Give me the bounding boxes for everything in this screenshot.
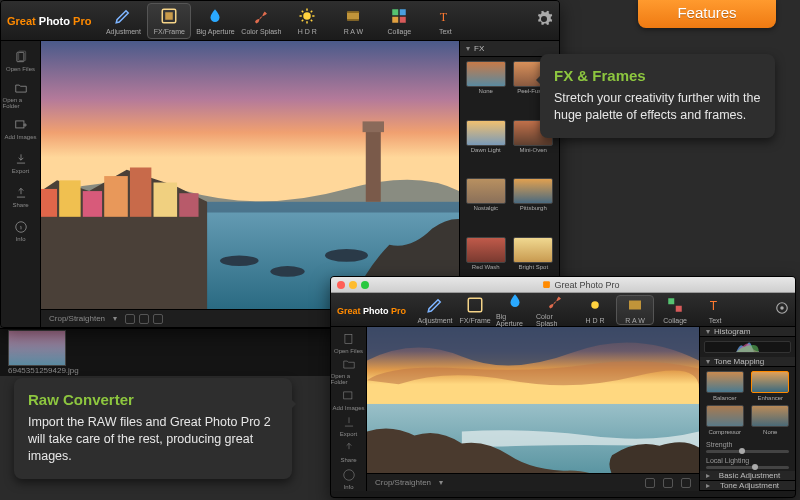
toolbar-raw[interactable]: R A W bbox=[331, 3, 375, 39]
sidebar-share[interactable]: Share bbox=[3, 181, 39, 213]
tm-item[interactable]: Balancer bbox=[704, 371, 746, 401]
basic-adjustment-header[interactable]: ▸ Basic Adjustment bbox=[700, 471, 795, 481]
photo-preview bbox=[367, 327, 699, 473]
toolbar-text[interactable]: T Text bbox=[423, 3, 467, 39]
film-icon bbox=[626, 296, 644, 314]
mac-titlebar: Great Photo Pro bbox=[331, 277, 795, 293]
local-lighting-slider[interactable]: Local Lighting bbox=[700, 455, 795, 471]
toolbar-label: H D R bbox=[298, 28, 317, 35]
sun-icon bbox=[298, 7, 316, 25]
svg-rect-1 bbox=[166, 12, 174, 20]
sidebar-open-folder[interactable]: Open a Folder bbox=[331, 357, 367, 385]
toolbar-label: R A W bbox=[344, 28, 363, 35]
strength-slider[interactable]: Strength bbox=[700, 439, 795, 455]
toolbar-label: Collage bbox=[663, 317, 687, 324]
share-icon bbox=[342, 441, 356, 455]
svg-rect-39 bbox=[344, 335, 351, 344]
sidebar-open-files[interactable]: Open Files bbox=[331, 331, 367, 355]
chevron-down-icon: ▾ bbox=[706, 327, 710, 336]
toolbar-fx-frame[interactable]: FX/Frame bbox=[456, 295, 494, 325]
fx-item[interactable]: Dawn Light bbox=[464, 120, 508, 175]
files-icon bbox=[342, 332, 356, 346]
chevron-down-icon[interactable]: ▾ bbox=[113, 314, 117, 323]
fx-item[interactable]: None bbox=[464, 61, 508, 116]
text-icon: T bbox=[706, 296, 724, 314]
svg-rect-8 bbox=[393, 16, 399, 22]
svg-rect-31 bbox=[468, 298, 482, 312]
toolbar-collage[interactable]: Collage bbox=[656, 295, 694, 325]
toolbar-big-aperture[interactable]: Big Aperture bbox=[193, 3, 237, 39]
droplet-icon bbox=[506, 292, 524, 310]
zoom-fit-icon[interactable] bbox=[139, 314, 149, 324]
crop-straighten-label[interactable]: Crop/Straighten bbox=[49, 314, 105, 323]
slider-label: Strength bbox=[706, 441, 732, 448]
sidebar-label: Share bbox=[12, 202, 28, 208]
sidebar-export[interactable]: Export bbox=[3, 147, 39, 179]
svg-rect-20 bbox=[59, 180, 80, 216]
toolbar-color-splash[interactable]: Color Splash bbox=[536, 295, 574, 325]
window-zoom-icon[interactable] bbox=[361, 281, 369, 289]
chevron-down-icon[interactable]: ▾ bbox=[439, 478, 443, 487]
zoom-out-icon[interactable] bbox=[125, 314, 135, 324]
tool-icon[interactable] bbox=[645, 478, 655, 488]
svg-point-28 bbox=[325, 249, 368, 262]
svg-rect-19 bbox=[41, 189, 57, 217]
settings-gear-icon[interactable] bbox=[535, 10, 553, 32]
tm-item[interactable]: None bbox=[750, 405, 792, 435]
sidebar-share[interactable]: Share bbox=[331, 440, 367, 464]
svg-rect-9 bbox=[400, 16, 406, 22]
crop-straighten-label[interactable]: Crop/Straighten bbox=[375, 478, 431, 487]
toolbar-text[interactable]: T Text bbox=[696, 295, 734, 325]
svg-rect-22 bbox=[104, 176, 128, 217]
canvas-statusbar: Crop/Straighten ▾ bbox=[367, 473, 699, 491]
brand-logo: Great Photo Pro bbox=[337, 304, 414, 316]
toolbar-color-splash[interactable]: Color Splash bbox=[239, 3, 283, 39]
sidebar-export[interactable]: Export bbox=[331, 414, 367, 438]
photo-preview bbox=[41, 41, 459, 309]
tm-item[interactable]: Compressor bbox=[704, 405, 746, 435]
zoom-in-icon[interactable] bbox=[153, 314, 163, 324]
fx-item[interactable]: Nostalgic bbox=[464, 178, 508, 233]
toolbar-hdr[interactable]: H D R bbox=[576, 295, 614, 325]
film-icon bbox=[344, 7, 362, 25]
settings-gear-icon[interactable] bbox=[775, 301, 789, 319]
sidebar-info[interactable]: Info bbox=[3, 215, 39, 247]
fx-item[interactable]: Pittsburgh bbox=[512, 178, 556, 233]
toolbar-label: R A W bbox=[625, 317, 644, 324]
tm-item[interactable]: Enhancer bbox=[750, 371, 792, 401]
toolbar-big-aperture[interactable]: Big Aperture bbox=[496, 295, 534, 325]
callout-title: FX & Frames bbox=[554, 66, 761, 86]
toolbar-raw[interactable]: R A W bbox=[616, 295, 654, 325]
sub-canvas[interactable] bbox=[367, 327, 699, 473]
window-close-icon[interactable] bbox=[337, 281, 345, 289]
toolbar-label: Big Aperture bbox=[496, 313, 534, 327]
tool-icon[interactable] bbox=[663, 478, 673, 488]
toolbar-hdr[interactable]: H D R bbox=[285, 3, 329, 39]
toolbar-label: Color Splash bbox=[241, 28, 281, 35]
paintbrush-icon bbox=[252, 7, 270, 25]
toolbar-adjustment[interactable]: Adjustment bbox=[416, 295, 454, 325]
svg-rect-25 bbox=[179, 193, 198, 217]
window-minimize-icon[interactable] bbox=[349, 281, 357, 289]
toolbar-fx-frame[interactable]: FX/Frame bbox=[147, 3, 191, 39]
toolbar-adjustment[interactable]: Adjustment bbox=[101, 3, 145, 39]
toolbar-label: Collage bbox=[388, 28, 412, 35]
chevron-down-icon: ▾ bbox=[706, 357, 710, 366]
sidebar-open-files[interactable]: Open Files bbox=[3, 45, 39, 77]
histogram-header[interactable]: ▾ Histogram bbox=[700, 327, 795, 337]
toolbar-collage[interactable]: Collage bbox=[377, 3, 421, 39]
image-plus-icon bbox=[342, 389, 356, 403]
sidebar-label: Open Files bbox=[6, 66, 35, 72]
tone-adjustment-header[interactable]: ▸ Tone Adjustment bbox=[700, 481, 795, 491]
main-canvas[interactable] bbox=[41, 41, 459, 309]
filmstrip-thumb[interactable]: 6945351259429.jpg bbox=[8, 330, 79, 375]
panel-title: Basic Adjustment bbox=[719, 471, 780, 480]
sidebar-add-images[interactable]: Add Images bbox=[3, 113, 39, 145]
app-icon bbox=[542, 280, 551, 289]
sidebar-open-folder[interactable]: Open a Folder bbox=[3, 79, 39, 111]
sidebar-info[interactable]: Info bbox=[331, 467, 367, 491]
tool-icon[interactable] bbox=[681, 478, 691, 488]
sidebar-add-images[interactable]: Add Images bbox=[331, 387, 367, 411]
svg-rect-4 bbox=[347, 11, 359, 13]
tonemapping-header[interactable]: ▾ Tone Mapping bbox=[700, 357, 795, 367]
